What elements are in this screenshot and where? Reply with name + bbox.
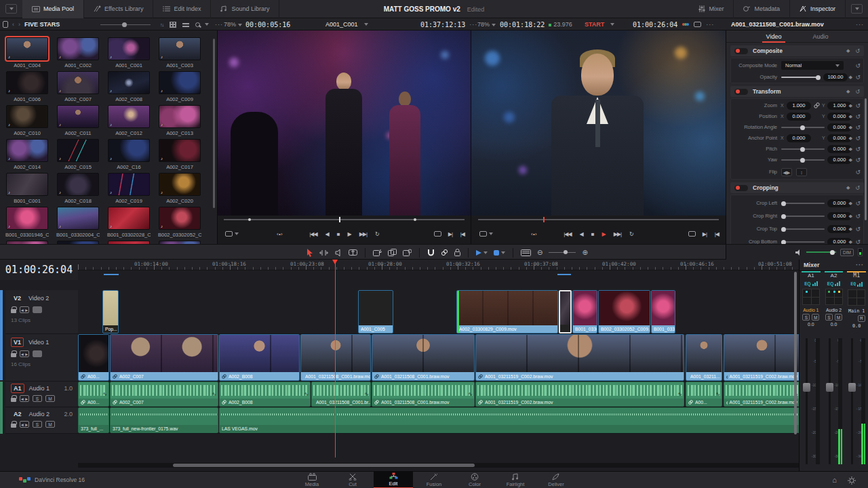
- volume-knob[interactable]: [830, 250, 835, 255]
- timeline-video-clip[interactable]: A00...: [78, 334, 109, 381]
- color-grade-icon[interactable]: [682, 23, 689, 26]
- cropping-enable-toggle[interactable]: [734, 185, 748, 191]
- reset-icon[interactable]: ↺: [855, 185, 860, 191]
- slider-knob[interactable]: [800, 158, 805, 163]
- mute-button[interactable]: M: [858, 315, 865, 322]
- pitch-value[interactable]: 0.000: [827, 145, 852, 153]
- track-header-v1[interactable]: V1Video 1 ◄► 16 Clips: [5, 334, 78, 382]
- source-clip-selector[interactable]: A001_C001: [326, 18, 368, 30]
- track-badge[interactable]: A1: [11, 384, 24, 393]
- monitor-volume-slider[interactable]: [806, 251, 836, 253]
- media-clip[interactable]: ♪ A002_C018: [56, 173, 100, 207]
- dim-button[interactable]: DIM: [840, 249, 854, 256]
- step-back-button[interactable]: ◀: [326, 231, 329, 237]
- media-clip[interactable]: ♪ A002_C007: [56, 71, 100, 105]
- slider-knob[interactable]: [781, 214, 786, 219]
- keyframe-icon[interactable]: ◆: [849, 146, 852, 152]
- inspector-scrollbar[interactable]: [865, 98, 867, 220]
- pitch-slider[interactable]: [781, 148, 825, 150]
- mixer-options-menu[interactable]: ···: [856, 262, 864, 268]
- media-clip[interactable]: ♪ B001_03302028_C04...: [107, 207, 151, 241]
- lock-icon[interactable]: [11, 424, 16, 428]
- track-lane-v1[interactable]: A00... A002_C007 A002_B008 A001_03211508…: [78, 334, 799, 382]
- fader-track[interactable]: [851, 338, 853, 464]
- reset-icon[interactable]: ↺: [855, 157, 861, 163]
- reset-icon[interactable]: ↺: [855, 102, 861, 109]
- replace-clip-button[interactable]: [403, 249, 412, 256]
- keyframe-icon[interactable]: ◆: [849, 226, 852, 232]
- bin-back-button[interactable]: ‹: [12, 21, 14, 28]
- slider-knob[interactable]: [781, 201, 786, 206]
- scrollbar-thumb[interactable]: [173, 464, 475, 467]
- media-clip-thumbnail[interactable]: ♪: [159, 173, 201, 196]
- go-to-last-frame-button[interactable]: ▶▶|: [359, 231, 367, 237]
- step-back-button[interactable]: ◀: [580, 231, 583, 237]
- media-clip[interactable]: ♪ A002_C015: [56, 139, 100, 173]
- timeline-video-clip[interactable]: B002_03302052_C009.mov: [598, 290, 650, 333]
- tab-video[interactable]: Video: [762, 30, 786, 43]
- media-clip[interactable]: ♪ A002_C16: [107, 139, 151, 173]
- timeline-viewer-options-menu[interactable]: ···: [706, 21, 714, 28]
- eq-button[interactable]: EQ: [800, 280, 823, 287]
- fader-level-value[interactable]: 0.0: [845, 322, 868, 330]
- composite-mode-dropdown[interactable]: Normal: [781, 61, 844, 70]
- sound-library-button[interactable]: Sound Library: [211, 0, 279, 18]
- solo-button[interactable]: S: [802, 314, 810, 321]
- timeline-audio-clip[interactable]: A002_C007 ∿: [110, 382, 218, 407]
- solo-button[interactable]: S: [825, 314, 833, 321]
- flip-vertical-button[interactable]: ↕: [796, 168, 807, 176]
- keyframe-icon[interactable]: ◆: [849, 239, 852, 245]
- crop-slider[interactable]: [781, 228, 825, 230]
- pan-pad[interactable]: [848, 289, 865, 306]
- source-video-frame[interactable]: [217, 30, 471, 216]
- media-clip-thumbnail[interactable]: ♪: [6, 207, 48, 230]
- media-clip[interactable]: ♪ A002_C012: [107, 105, 151, 139]
- source-options-menu[interactable]: ···: [469, 21, 477, 28]
- rotation-value[interactable]: 0.000: [827, 123, 852, 131]
- zoom-y-value[interactable]: 1.000: [827, 102, 852, 110]
- media-clip[interactable]: ♪ A002_C017: [158, 139, 201, 173]
- anchor-y-value[interactable]: 0.000: [827, 134, 852, 142]
- edit-index-button[interactable]: Edit Index: [153, 0, 211, 18]
- media-pool-button[interactable]: Media Pool: [22, 0, 84, 18]
- crop-value[interactable]: 0.000: [827, 199, 852, 207]
- media-clip-thumbnail[interactable]: ♪: [57, 173, 99, 196]
- media-clip[interactable]: ♪ B002_03302052_C00...: [158, 207, 201, 241]
- anchor-x-value[interactable]: 0.000: [787, 134, 811, 142]
- media-clip-thumbnail[interactable]: ♪: [6, 105, 48, 128]
- reset-icon[interactable]: ↺: [855, 48, 860, 54]
- in-point-marker[interactable]: [248, 218, 251, 221]
- timeline-scrubber-playhead[interactable]: [543, 217, 545, 222]
- keyframe-icon[interactable]: ◆: [846, 185, 850, 191]
- media-clip-thumbnail[interactable]: ♪: [6, 71, 48, 94]
- overwrite-clip-button[interactable]: [388, 249, 397, 256]
- timeline-scrubber[interactable]: [478, 219, 719, 220]
- timeline-video-clip[interactable]: A002_C007: [110, 334, 218, 381]
- thumbnail-view-icon[interactable]: [170, 22, 176, 28]
- timeline-audio-clip[interactable]: A002_B008 ∿: [219, 382, 311, 407]
- page-media[interactable]: Media: [292, 472, 332, 488]
- media-clip-thumbnail[interactable]: ♪: [6, 37, 48, 60]
- media-clip-thumbnail[interactable]: ♪: [6, 139, 48, 162]
- slider-track[interactable]: [100, 24, 151, 25]
- crop-slider[interactable]: [781, 203, 825, 204]
- timeline-video-clip[interactable]: A002_B008: [219, 334, 300, 381]
- page-cut[interactable]: Cut: [333, 472, 372, 488]
- inspector-button[interactable]: Inspector: [790, 0, 846, 18]
- match-frame-button[interactable]: [688, 231, 696, 237]
- reset-icon[interactable]: ↺: [855, 239, 861, 245]
- track-enable-toggle[interactable]: [33, 306, 42, 313]
- fader-track[interactable]: [829, 338, 831, 464]
- list-view-icon[interactable]: [182, 22, 189, 27]
- crop-slider[interactable]: [781, 241, 825, 243]
- page-fusion[interactable]: Fusion: [414, 472, 454, 488]
- fade-handle-icon[interactable]: ∿: [304, 391, 309, 397]
- selection-tool[interactable]: [307, 249, 313, 257]
- out-point-marker[interactable]: [414, 218, 416, 221]
- media-pool-options-menu[interactable]: ···: [215, 21, 223, 28]
- timeline-ruler[interactable]: 01:00:14:0001:00:18:1601:00:23:0801:00:2…: [78, 260, 799, 270]
- transform-section-header[interactable]: Transform ◆↺: [730, 86, 864, 97]
- position-lock-toggle[interactable]: [454, 249, 460, 256]
- speaker-icon[interactable]: [795, 249, 802, 256]
- media-clip[interactable]: ♪ A002_C008: [107, 71, 151, 105]
